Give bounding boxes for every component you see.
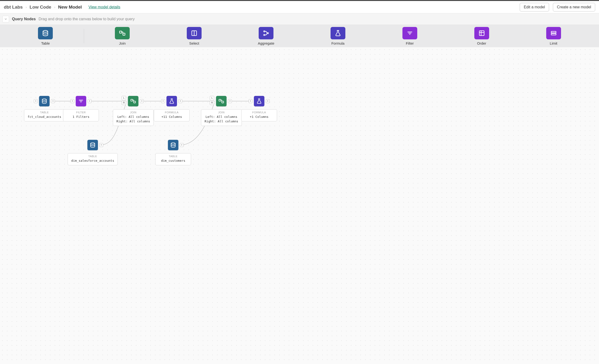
palette-item-select[interactable]: Select	[158, 27, 230, 45]
chevron-right-icon: ›	[26, 5, 27, 9]
node-content: Left: All columnsRight: All columns	[205, 115, 238, 124]
port-out[interactable]: +	[88, 99, 91, 103]
query-nodes-subtitle: Drag and drop onto the canvas below to b…	[39, 17, 135, 21]
port-in[interactable]: +	[70, 99, 74, 103]
node-type-label: JOIN	[205, 111, 238, 114]
edge-layer	[0, 47, 599, 364]
database-icon[interactable]	[88, 140, 98, 150]
node-palette: Table Join Select Aggregate Formula Filt…	[0, 25, 599, 47]
palette-item-filter[interactable]: Filter	[374, 27, 446, 45]
node-type-label: FORMULA	[245, 111, 273, 114]
palette-label: Formula	[331, 41, 344, 45]
node-content: Left: All columnsRight: All columns	[116, 115, 150, 124]
palette-label: Aggregate	[258, 41, 274, 45]
palette-label: Limit	[550, 41, 557, 45]
canvas-node-formula[interactable]: ++ FORMULA +1 Columns	[241, 96, 277, 121]
canvas-node-filter[interactable]: ++ FILTER 1 Filters	[63, 96, 99, 121]
port-out[interactable]: +	[51, 99, 55, 103]
port-r[interactable]: R	[122, 101, 126, 105]
node-card[interactable]: FORMULA +1 Columns	[241, 109, 277, 121]
port-out[interactable]: +	[180, 143, 184, 147]
breadcrumb: dbt Labs › Low Code › New Model	[4, 5, 82, 10]
canvas-node-join[interactable]: L R+ JOIN Left: All columnsRight: All co…	[201, 96, 242, 126]
node-content: 1 Filters	[67, 115, 95, 119]
database-icon[interactable]	[39, 96, 50, 106]
node-content: +1 Columns	[245, 115, 273, 119]
canvas-node-table[interactable]: + TABLE dim_salesforce_accounts	[68, 140, 118, 165]
port-r[interactable]: R	[210, 101, 214, 105]
node-type-label: TABLE	[28, 111, 61, 114]
join-icon[interactable]	[115, 27, 130, 39]
port-in[interactable]: +	[34, 99, 38, 103]
node-type-label: TABLE	[159, 155, 187, 158]
port-l[interactable]: L	[122, 96, 126, 100]
breadcrumb-org[interactable]: dbt Labs	[4, 5, 23, 10]
canvas-node-table[interactable]: ++ TABLE fct_cloud_accounts	[24, 96, 65, 121]
palette-label: Select	[189, 41, 199, 45]
query-nodes-header: Query Nodes Drag and drop onto the canva…	[0, 13, 599, 25]
node-type-label: JOIN	[116, 111, 150, 114]
palette-label: Join	[119, 41, 126, 45]
node-card[interactable]: FILTER 1 Filters	[63, 109, 99, 121]
node-content: +11 Columns	[157, 115, 186, 119]
chevron-right-icon: ›	[54, 5, 55, 9]
join-icon[interactable]	[128, 96, 139, 106]
filter-icon[interactable]	[402, 27, 417, 39]
node-content: fct_cloud_accounts	[28, 115, 61, 119]
node-type-label: FORMULA	[157, 111, 186, 114]
node-card[interactable]: TABLE dim_customers	[155, 153, 191, 165]
canvas[interactable]: ++ TABLE fct_cloud_accounts ++ FILTER 1 …	[0, 47, 599, 364]
port-in[interactable]: +	[249, 99, 252, 103]
edit-model-button[interactable]: Edit a model	[520, 3, 549, 11]
view-model-details-link[interactable]: View model details	[88, 5, 120, 9]
port-out[interactable]: +	[266, 99, 270, 103]
breadcrumb-section[interactable]: Low Code	[30, 5, 51, 10]
palette-label: Table	[41, 41, 50, 45]
node-card[interactable]: FORMULA +11 Columns	[154, 109, 190, 121]
flask-icon[interactable]	[331, 27, 345, 39]
order-icon[interactable]	[474, 27, 489, 39]
flask-icon[interactable]	[254, 96, 264, 106]
palette-item-formula[interactable]: Formula	[302, 27, 374, 45]
limit-icon[interactable]	[546, 27, 561, 39]
port-out[interactable]: +	[99, 143, 103, 147]
join-icon[interactable]	[216, 96, 227, 106]
palette-item-table[interactable]: Table	[9, 27, 81, 45]
aggregate-icon[interactable]	[259, 27, 273, 39]
palette-item-join[interactable]: Join	[87, 27, 158, 45]
canvas-node-table[interactable]: + TABLE dim_customers	[155, 140, 191, 165]
port-out[interactable]: +	[140, 99, 144, 103]
top-bar: dbt Labs › Low Code › New Model View mod…	[0, 0, 599, 13]
node-type-label: FILTER	[67, 111, 95, 114]
database-icon[interactable]	[38, 27, 53, 39]
join-ports: L R	[210, 96, 214, 105]
palette-label: Order	[477, 41, 486, 45]
create-model-button[interactable]: Create a new model	[553, 3, 595, 11]
port-in[interactable]: +	[161, 99, 165, 103]
node-type-label: TABLE	[71, 155, 114, 158]
join-ports: L R	[122, 96, 126, 105]
columns-icon[interactable]	[187, 27, 202, 39]
port-out[interactable]: +	[178, 99, 182, 103]
node-content: dim_salesforce_accounts	[71, 159, 114, 163]
collapse-toggle[interactable]	[2, 16, 9, 22]
canvas-node-join[interactable]: L R+ JOIN Left: All columnsRight: All co…	[113, 96, 154, 126]
node-card[interactable]: JOIN Left: All columnsRight: All columns	[113, 109, 154, 126]
node-card[interactable]: JOIN Left: All columnsRight: All columns	[201, 109, 242, 126]
query-nodes-title: Query Nodes	[12, 17, 36, 21]
node-content: dim_customers	[159, 159, 187, 163]
port-l[interactable]: L	[210, 96, 214, 100]
node-card[interactable]: TABLE dim_salesforce_accounts	[68, 153, 118, 165]
database-icon[interactable]	[168, 140, 178, 150]
chevron-down-icon	[4, 17, 7, 21]
palette-item-order[interactable]: Order	[446, 27, 518, 45]
canvas-node-formula[interactable]: ++ FORMULA +11 Columns	[154, 96, 190, 121]
palette-item-aggregate[interactable]: Aggregate	[230, 27, 302, 45]
flask-icon[interactable]	[167, 96, 177, 106]
filter-icon[interactable]	[76, 96, 86, 106]
node-card[interactable]: TABLE fct_cloud_accounts	[24, 109, 65, 121]
port-out[interactable]: +	[228, 99, 232, 103]
palette-separator	[84, 29, 84, 43]
palette-item-limit[interactable]: Limit	[518, 27, 590, 45]
breadcrumb-current: New Model	[58, 5, 82, 10]
